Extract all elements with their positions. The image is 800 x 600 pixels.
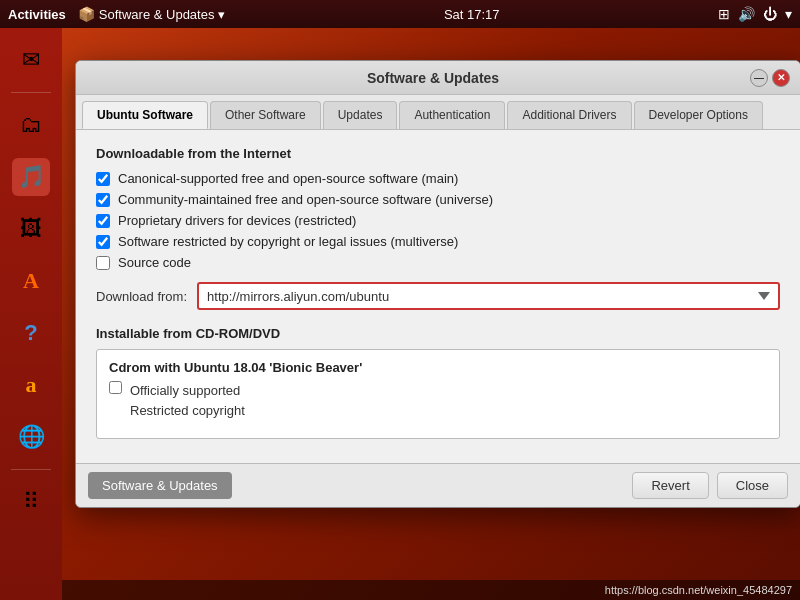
tab-updates[interactable]: Updates <box>323 101 398 129</box>
minimize-button[interactable]: — <box>750 69 768 87</box>
sidebar-item-globe[interactable]: 🌐 <box>7 413 55 461</box>
software-icon: A <box>23 268 39 294</box>
checkbox-restricted-label: Software restricted by copyright or lega… <box>118 234 458 249</box>
download-row: Download from: http://mirrors.aliyun.com… <box>96 282 780 310</box>
tab-authentication[interactable]: Authentication <box>399 101 505 129</box>
tab-ubuntu-software[interactable]: Ubuntu Software <box>82 101 208 129</box>
checkbox-canonical: Canonical-supported free and open-source… <box>96 171 780 186</box>
tab-developer-options[interactable]: Developer Options <box>634 101 763 129</box>
checkbox-community-label: Community-maintained free and open-sourc… <box>118 192 493 207</box>
sidebar: ✉ 🗂 🎵 🖼 A ? a 🌐 ⠿ <box>0 28 62 600</box>
tab-other-software[interactable]: Other Software <box>210 101 321 129</box>
cdrom-restricted: Restricted copyright <box>130 401 245 421</box>
checkbox-community-input[interactable] <box>96 193 110 207</box>
checkbox-restricted: Software restricted by copyright or lega… <box>96 234 780 249</box>
checkbox-restricted-input[interactable] <box>96 235 110 249</box>
files-icon: 🗂 <box>20 112 42 138</box>
dropdown-icon[interactable]: ▾ <box>785 6 792 22</box>
status-url: https://blog.csdn.net/weixin_45484297 <box>605 584 792 596</box>
topbar: Activities 📦 Software & Updates ▾ Sat 17… <box>0 0 800 28</box>
close-dialog-button[interactable]: Close <box>717 472 788 499</box>
cdrom-title: Cdrom with Ubuntu 18.04 'Bionic Beaver' <box>109 360 767 375</box>
download-label: Download from: <box>96 289 187 304</box>
cdrom-officially: Officially supported <box>130 381 245 401</box>
checkbox-canonical-label: Canonical-supported free and open-source… <box>118 171 458 186</box>
status-bar: https://blog.csdn.net/weixin_45484297 <box>62 580 800 600</box>
section2-title: Installable from CD-ROM/DVD <box>96 326 780 341</box>
photos-icon: 🖼 <box>20 216 42 242</box>
checkbox-proprietary: Proprietary drivers for devices (restric… <box>96 213 780 228</box>
sidebar-item-help[interactable]: ? <box>7 309 55 357</box>
topbar-left: Activities 📦 Software & Updates ▾ <box>8 6 225 22</box>
checkbox-proprietary-input[interactable] <box>96 214 110 228</box>
activities-button[interactable]: Activities <box>8 7 66 22</box>
topbar-app-label: Software & Updates <box>99 7 215 22</box>
amazon-icon: a <box>26 372 37 398</box>
dialog-title: Software & Updates <box>116 70 750 86</box>
dialog-content: Downloadable from the Internet Canonical… <box>76 130 800 463</box>
cdrom-text: Officially supported Restricted copyrigh… <box>130 381 245 420</box>
topbar-app-dropdown-icon: ▾ <box>218 7 225 22</box>
cdrom-box: Cdrom with Ubuntu 18.04 'Bionic Beaver' … <box>96 349 780 439</box>
checkbox-source: Source code <box>96 255 780 270</box>
sidebar-item-music[interactable]: 🎵 <box>7 153 55 201</box>
checkbox-canonical-input[interactable] <box>96 172 110 186</box>
cdrom-checkbox-input[interactable] <box>109 381 122 394</box>
globe-icon: 🌐 <box>18 424 45 450</box>
network-icon[interactable]: ⊞ <box>718 6 730 22</box>
revert-button[interactable]: Revert <box>632 472 708 499</box>
app-icon: 📦 <box>78 6 95 22</box>
sidebar-item-photos[interactable]: 🖼 <box>7 205 55 253</box>
software-updates-dialog: Software & Updates — ✕ Ubuntu Software O… <box>75 60 800 508</box>
sidebar-item-amazon[interactable]: a <box>7 361 55 409</box>
dialog-footer: Software & Updates Revert Close <box>76 463 800 507</box>
download-select[interactable]: http://mirrors.aliyun.com/ubuntu <box>197 282 780 310</box>
cdrom-checkbox-row: Officially supported Restricted copyrigh… <box>109 381 767 420</box>
dialog-controls: — ✕ <box>750 69 790 87</box>
sidebar-item-mail[interactable]: ✉ <box>7 36 55 84</box>
tab-additional-drivers[interactable]: Additional Drivers <box>507 101 631 129</box>
software-updates-tag-button[interactable]: Software & Updates <box>88 472 232 499</box>
tabs-bar: Ubuntu Software Other Software Updates A… <box>76 95 800 130</box>
section1-title: Downloadable from the Internet <box>96 146 780 161</box>
topbar-clock: Sat 17:17 <box>444 7 500 22</box>
dialog-titlebar: Software & Updates — ✕ <box>76 61 800 95</box>
help-icon: ? <box>24 320 37 346</box>
apps-icon: ⠿ <box>23 489 39 515</box>
checkbox-source-input[interactable] <box>96 256 110 270</box>
music-icon: 🎵 <box>12 158 50 196</box>
sidebar-divider-2 <box>11 469 51 470</box>
close-button[interactable]: ✕ <box>772 69 790 87</box>
footer-left: Software & Updates <box>88 472 232 499</box>
mail-icon: ✉ <box>22 47 40 73</box>
topbar-right: ⊞ 🔊 ⏻ ▾ <box>718 6 792 22</box>
sidebar-divider-1 <box>11 92 51 93</box>
sidebar-item-apps[interactable]: ⠿ <box>7 478 55 526</box>
footer-right: Revert Close <box>632 472 788 499</box>
sidebar-item-files[interactable]: 🗂 <box>7 101 55 149</box>
checkbox-community: Community-maintained free and open-sourc… <box>96 192 780 207</box>
checkbox-proprietary-label: Proprietary drivers for devices (restric… <box>118 213 356 228</box>
power-icon[interactable]: ⏻ <box>763 6 777 22</box>
volume-icon[interactable]: 🔊 <box>738 6 755 22</box>
checkbox-source-label: Source code <box>118 255 191 270</box>
sidebar-item-software[interactable]: A <box>7 257 55 305</box>
topbar-app[interactable]: 📦 Software & Updates ▾ <box>78 6 226 22</box>
